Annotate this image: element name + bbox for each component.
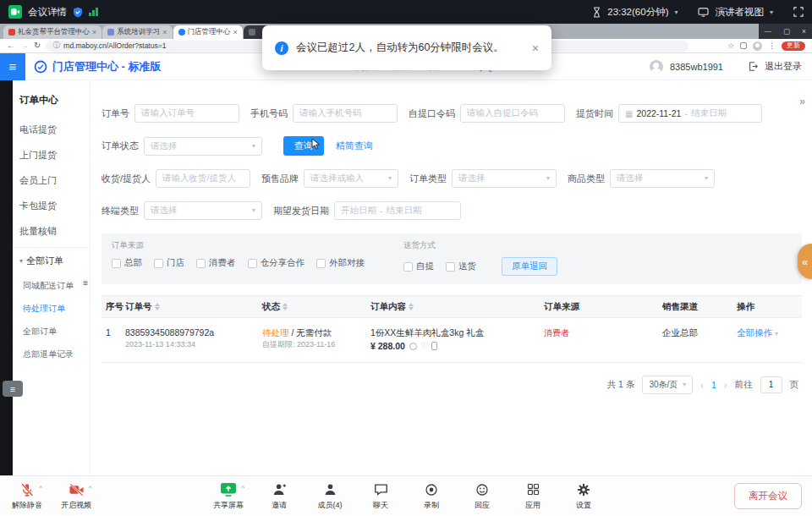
original-order-return-button[interactable]: 原单退回 [502, 257, 557, 276]
reload-icon[interactable]: ↻ [34, 41, 41, 50]
window-minimize-button[interactable]: — [759, 27, 778, 36]
camera-options-caret[interactable]: ^ [89, 484, 92, 491]
meeting-details-button[interactable]: 会议详情 [28, 6, 67, 19]
mic-options-caret[interactable]: ^ [39, 484, 42, 491]
checkbox-delivery[interactable]: 送货 [446, 261, 476, 272]
browser-tab-active[interactable]: 门店管理中心 × [173, 25, 243, 39]
tab-close-icon[interactable]: × [162, 29, 167, 36]
timer-caret-icon[interactable]: ▾ [674, 8, 678, 16]
page-size-select[interactable]: 30条/页 ▾ [642, 376, 693, 394]
browser-menu-icon[interactable]: ⋮ [768, 41, 776, 50]
tool-label: 设置 [576, 500, 591, 511]
tool-label: 开启视频 [61, 500, 91, 511]
sidebar-item-door-pickup[interactable]: 上门提货 [13, 142, 90, 167]
chevron-down-icon: ▾ [546, 175, 550, 182]
bookmark-star-icon[interactable]: ☆ [727, 41, 734, 50]
share-screen-button[interactable]: ^ 共享屏幕 [206, 482, 250, 511]
pickup-time-range-input[interactable]: ▦ 2022-11-21 - 结束日期 [618, 104, 762, 123]
simple-search-link[interactable]: 精简查询 [336, 140, 373, 152]
pickup-code-label: 自提口令码 [409, 107, 455, 120]
annotation-list-icon[interactable]: ≡ [3, 381, 23, 397]
view-caret-icon[interactable]: ▾ [770, 8, 773, 16]
site-info-icon[interactable]: ⓘ [52, 41, 60, 51]
logout-button[interactable]: 退出登录 [765, 60, 802, 73]
extensions-icon[interactable] [740, 42, 747, 49]
col-content[interactable]: 订单内容 [370, 301, 544, 313]
order-status-select[interactable]: 请选择 ▾ [144, 137, 262, 156]
current-page[interactable]: 1 [711, 380, 716, 390]
settings-button[interactable]: 设置 [562, 482, 606, 511]
ship-start-placeholder: 开始日期 [341, 205, 376, 217]
order-no-input[interactable]: 请输入订单号 [134, 104, 239, 123]
tab-close-icon[interactable]: × [92, 29, 96, 36]
sidebar-item-pending-orders[interactable]: 待处理订单 [13, 297, 90, 320]
checkbox-warehouse-coop[interactable]: 仓分享合作 [248, 257, 305, 269]
share-screen-icon [220, 482, 237, 497]
window-close-button[interactable]: × [796, 27, 812, 36]
browser-profile-avatar[interactable] [753, 41, 762, 51]
chat-button[interactable]: 聊天 [359, 482, 403, 511]
fullscreen-icon[interactable] [793, 7, 804, 17]
sidebar-toggle-button[interactable]: ≡ [0, 53, 25, 80]
tab-close-icon[interactable]: × [233, 29, 238, 36]
checkbox-consumer[interactable]: 消费者 [196, 257, 236, 269]
phone-input[interactable]: 请输入手机号码 [293, 104, 398, 123]
checkbox-label: 送货 [458, 261, 476, 272]
meeting-app-icon [8, 5, 22, 19]
share-options-caret[interactable]: ^ [241, 484, 244, 491]
sidebar-collapse-icon[interactable]: ≡ [83, 278, 88, 288]
order-type-select[interactable]: 请选择 ▾ [452, 169, 557, 188]
meeting-timer[interactable]: 23:32(60分钟) [607, 6, 668, 19]
browser-tab[interactable]: 系统培训学习 × [102, 25, 172, 39]
checkbox-external[interactable]: 外部对接 [316, 257, 365, 269]
next-page-icon[interactable]: › [724, 380, 727, 390]
sidebar-item-hq-refunds[interactable]: 总部退单记录 [13, 343, 90, 365]
checkbox-self-pickup[interactable]: 自提 [403, 261, 434, 272]
ship-date-range-input[interactable]: 开始日期 - 结束日期 [334, 201, 461, 220]
checkbox-store[interactable]: 门店 [154, 257, 184, 269]
members-button[interactable]: 成员(4) [308, 482, 352, 511]
user-avatar[interactable] [650, 60, 663, 74]
checkbox-icon [316, 259, 326, 268]
invite-button[interactable]: 邀请 [257, 482, 301, 511]
terminal-type-select[interactable]: 请选择 ▾ [144, 201, 262, 220]
order-price: ¥ 288.00 [370, 339, 405, 353]
back-icon[interactable]: ← [7, 41, 15, 50]
leave-meeting-button[interactable]: 离开会议 [734, 483, 802, 509]
sort-icon[interactable] [283, 303, 288, 310]
all-actions-link[interactable]: 全部操作 [737, 327, 772, 338]
tool-label: 录制 [424, 500, 439, 511]
sidebar-item-phone-pickup[interactable]: 电话提货 [13, 117, 90, 142]
prev-page-icon[interactable]: ‹ [700, 380, 704, 390]
chrome-update-button[interactable]: 更新 [782, 41, 805, 51]
goods-type-select[interactable]: 请选择 ▾ [610, 169, 715, 188]
apps-button[interactable]: 应用 [511, 482, 555, 511]
record-button[interactable]: 录制 [409, 482, 453, 511]
toast-close-icon[interactable]: × [532, 42, 539, 54]
presale-brand-select[interactable]: 请选择或输入 ▾ [304, 169, 398, 188]
receiver-input[interactable]: 请输入收货/提货人 [156, 169, 250, 188]
col-order-no[interactable]: 订单号 [125, 301, 262, 313]
pickup-code-input[interactable]: 请输入自提口令码 [460, 104, 565, 123]
sidebar-item-city-delivery[interactable]: 同城配送订单 ≡ [13, 274, 90, 297]
view-mode-button[interactable]: 演讲者视图 [715, 6, 764, 19]
window-maximize-button[interactable]: ▢ [777, 27, 796, 36]
reactions-button[interactable]: 回应 [460, 482, 504, 511]
sidebar-item-member-visit[interactable]: 会员上门 [13, 167, 90, 193]
col-status[interactable]: 状态 [262, 301, 370, 313]
sidebar-item-batch-verify[interactable]: 批量核销 [13, 218, 90, 244]
sort-icon[interactable] [409, 303, 414, 310]
sidebar-item-card-pickup[interactable]: 卡包提货 [13, 193, 90, 218]
forward-icon[interactable]: → [20, 41, 29, 50]
expand-right-icon[interactable]: » [799, 96, 805, 107]
sidebar-group-all-orders[interactable]: ▾ 全部订单 [13, 247, 90, 274]
chevron-down-icon[interactable]: ▾ [775, 330, 778, 338]
sidebar-item-all-orders[interactable]: 全部订单 [13, 320, 90, 343]
mic-off-icon [19, 482, 35, 497]
goto-page-input[interactable]: 1 [760, 376, 782, 393]
start-video-button[interactable]: ^ 开启视频 [54, 482, 98, 511]
browser-tab[interactable]: 礼金赏帮平台管理中心 × [3, 25, 102, 39]
sort-icon[interactable] [155, 303, 160, 310]
unmute-button[interactable]: ^ 解除静音 [5, 482, 49, 511]
checkbox-hq[interactable]: 总部 [112, 257, 142, 269]
